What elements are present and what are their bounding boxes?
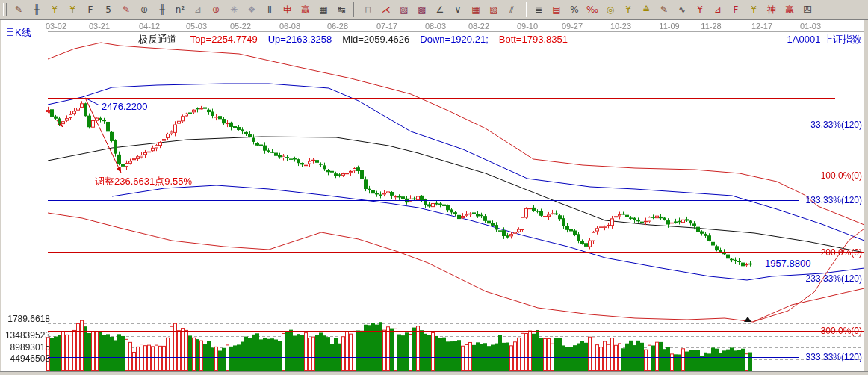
adjustment-annotation: 调整236.6631点9.55% [95, 175, 192, 188]
date-axis-label: 07-17 [376, 22, 397, 31]
level-line [48, 357, 799, 358]
ruler-icon[interactable]: ≣ [530, 1, 548, 19]
date-axis-label: 10-23 [610, 22, 631, 31]
gold-line-icon[interactable]: ¥ [619, 1, 637, 19]
date-axis-label: 09-10 [517, 22, 538, 31]
n2-grid-icon[interactable]: n² [171, 1, 189, 19]
gold-underline-icon[interactable]: ¥ [691, 1, 709, 19]
five-grid-icon[interactable]: 5 [99, 1, 117, 19]
four-angle-icon[interactable]: 四 [799, 1, 816, 19]
hash-icon[interactable]: ╫ [153, 1, 171, 19]
date-axis-label: 06-08 [279, 22, 300, 31]
j-angle-icon[interactable]: ⊿ [709, 1, 727, 19]
date-axis-label: 08-03 [425, 22, 446, 31]
date-axis-label: 11-28 [701, 22, 721, 31]
level-label: 233.33%(120) [806, 273, 862, 284]
indicator-value: Top=2254.7749 [190, 34, 258, 45]
date-axis-label: 11-09 [659, 22, 679, 31]
circle-grid-icon[interactable]: ⊕ [135, 1, 153, 19]
star-icon[interactable]: ✳ [225, 1, 243, 19]
gold-circle-icon[interactable]: ◎ [601, 1, 619, 19]
indicator-value: Up=2163.3258 [268, 34, 332, 45]
width-measure-icon[interactable]: ↹ [332, 1, 350, 19]
date-axis-label: 08-22 [468, 22, 489, 31]
wave-a-icon[interactable]: ∿ [673, 1, 691, 19]
shen-angle-icon[interactable]: 神 [763, 1, 781, 19]
pen-grid-icon[interactable]: ✎ [117, 1, 135, 19]
level-line [48, 125, 799, 125]
shen-tool-icon[interactable]: 申 [279, 1, 297, 19]
date-axis-label: 01-03 [800, 22, 821, 31]
toolbar-separator [353, 2, 356, 17]
win-tool-icon[interactable]: 贏 [297, 1, 314, 19]
volume-scale-label: 89893015 [4, 342, 50, 353]
ray-fan-icon[interactable]: ⋌ [377, 1, 395, 19]
indicator-row: 极反通道 Top=2254.7749Up=2163.3258Mid=2059.4… [138, 33, 578, 46]
window-frame-left [0, 20, 1, 375]
flag-icon[interactable]: ⊿ [189, 1, 207, 19]
date-axis-label: 03-21 [89, 22, 110, 31]
level-label: 100.0%(0) [821, 170, 862, 181]
brush-tool-icon[interactable]: ✎ [10, 1, 28, 19]
volume-scale-label: 134839523 [4, 330, 50, 341]
target-icon[interactable]: ⊕ [207, 1, 225, 19]
percent-line-icon[interactable]: ‰ [583, 1, 601, 19]
parallel-lines-icon[interactable]: ⫽ [503, 1, 521, 19]
gann-box-icon[interactable]: ▨ [395, 1, 413, 19]
period-label: 日K线 [5, 26, 31, 40]
peak-price-annotation: 2476.2200 [102, 101, 147, 112]
percent-grid-icon[interactable]: ▤ [548, 1, 565, 19]
grid-arrow-icon[interactable]: ▧ [485, 1, 503, 19]
pen-mark-icon[interactable]: ✎ [655, 1, 673, 19]
date-axis-label: 04-12 [139, 22, 160, 31]
grid-red-icon[interactable]: ▦ [467, 1, 485, 19]
toolbar: ✎╫¥¥F5✎⊕╫n²⊿⊕✳❖Ⅱ申贏▦↹⊓⋌▨▩∠∨▦▧⫽≣▤%‰◎¥≙✎∿¥⊿… [0, 0, 868, 20]
volume-scale-label: 44946508 [4, 353, 50, 364]
app-window: ✎╫¥¥F5✎⊕╫n²⊿⊕✳❖Ⅱ申贏▦↹⊓⋌▨▩∠∨▦▧⫽≣▤%‰◎¥≙✎∿¥⊿… [0, 0, 868, 375]
date-axis-label: 06-28 [327, 22, 348, 31]
window-frame-bottom [0, 371, 868, 375]
level-line [48, 252, 864, 253]
zigzag-icon[interactable]: ∨ [449, 1, 467, 19]
f-angle-icon[interactable]: F [727, 1, 745, 19]
star-box-icon[interactable]: ❖ [243, 1, 261, 19]
level-line [48, 331, 864, 332]
indicator-value: Down=1920.21; [420, 34, 488, 45]
level-label: 33.33%(120) [810, 120, 862, 130]
percent-icon[interactable]: % [565, 1, 583, 19]
level-line [48, 200, 799, 201]
date-axis-label: 05-22 [230, 22, 251, 31]
level-line [48, 98, 835, 99]
date-axis-label: 05-03 [186, 22, 207, 31]
grid-lines-icon[interactable]: ╫ [28, 1, 46, 19]
chart-panel: 日K线 极反通道 Top=2254.7749Up=2163.3258Mid=20… [0, 20, 868, 375]
indicator-name: 极反通道 [138, 34, 177, 45]
candlestick-chart-canvas[interactable] [0, 20, 868, 375]
gold-bars-icon[interactable]: ≙ [637, 1, 655, 19]
box-anchor-icon[interactable]: ⊓ [359, 1, 377, 19]
win-angle-icon[interactable]: 赢 [781, 1, 799, 19]
level-label: 300.0%(0) [821, 326, 862, 336]
pause-mark-icon[interactable]: Ⅱ [261, 1, 279, 19]
date-axis-label: 12-17 [751, 22, 772, 31]
gold-angle-icon[interactable]: ¥ [745, 1, 763, 19]
date-axis-line [48, 31, 864, 32]
angle-lines-icon[interactable]: ∠ [431, 1, 449, 19]
volume-scale-label: 1789.6618 [4, 314, 50, 324]
date-axis-label: 09-27 [562, 22, 583, 31]
level-label: 200.0%(0) [821, 247, 862, 258]
indicator-value: Mid=2059.4626 [342, 34, 409, 45]
symbol-label: 1A0001 上证指数 [787, 33, 862, 46]
ruler-grid-icon[interactable]: ▦ [314, 1, 332, 19]
level-label: 133.33%(120) [806, 195, 862, 205]
level-line [48, 176, 864, 176]
level-line [48, 279, 799, 279]
gold-channel-b-icon[interactable]: ¥ [63, 1, 81, 19]
level-label: 333.33%(120) [806, 352, 862, 362]
gold-channel-a-icon[interactable]: ¥ [46, 1, 63, 19]
f-grid-icon[interactable]: F [81, 1, 99, 19]
gann-fan-box-icon[interactable]: ▩ [413, 1, 431, 19]
toolbar-grip[interactable] [3, 3, 7, 16]
indicator-value: Bott=1793.8351 [499, 34, 568, 45]
date-axis-label: 03-02 [46, 22, 66, 31]
